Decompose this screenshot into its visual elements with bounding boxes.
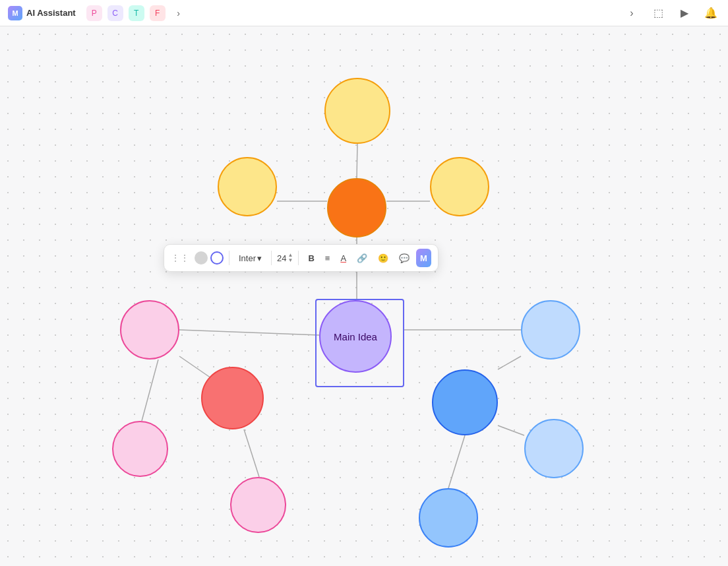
notification-button[interactable]: 🔔 xyxy=(702,4,720,22)
node-blue-right[interactable] xyxy=(524,419,584,478)
link-button[interactable]: 🔗 xyxy=(353,249,371,267)
divider-2 xyxy=(271,251,272,265)
divider-3 xyxy=(298,251,299,265)
store-button[interactable]: ⬚ xyxy=(649,4,667,22)
divider-1 xyxy=(229,251,229,265)
topbar: M AI Assistant P C T F › › ⬚ ▶ 🔔 xyxy=(0,0,728,26)
ai-button[interactable]: M xyxy=(416,249,431,267)
font-family-label: Inter xyxy=(239,253,256,263)
text-color-button[interactable]: A xyxy=(336,249,350,267)
node-blue-top[interactable] xyxy=(521,300,580,360)
play-button[interactable]: ▶ xyxy=(675,4,694,22)
node-blue-center[interactable] xyxy=(432,369,498,435)
node-main[interactable]: Main Idea xyxy=(319,300,392,373)
font-size-arrows[interactable]: ▲ ▼ xyxy=(288,253,293,263)
font-size-value: 24 xyxy=(277,253,286,263)
app-icon-p[interactable]: P xyxy=(86,5,102,21)
node-orange-right[interactable] xyxy=(430,157,489,216)
font-size-control: 24 ▲ ▼ xyxy=(277,253,293,263)
app-icon-t[interactable]: T xyxy=(129,5,144,21)
comment-icon: 💬 xyxy=(399,253,410,263)
node-orange-left[interactable] xyxy=(218,157,277,216)
circle-fill-button[interactable] xyxy=(195,251,208,265)
node-pink-small[interactable] xyxy=(230,477,286,533)
font-size-down[interactable]: ▼ xyxy=(288,258,293,263)
comment-button[interactable]: 💬 xyxy=(395,249,413,267)
node-pink-bottom[interactable] xyxy=(112,421,168,477)
node-blue-bottom[interactable] xyxy=(419,488,478,548)
font-family-button[interactable]: Inter ▾ xyxy=(235,249,266,267)
app-icon-f[interactable]: F xyxy=(150,5,166,21)
brand-label: AI Assistant xyxy=(26,8,76,18)
brand-icon: M xyxy=(8,6,22,20)
bold-label: B xyxy=(308,253,314,263)
emoji-icon: 🙂 xyxy=(378,253,388,263)
floating-toolbar: ⋮⋮ Inter ▾ 24 ▲ ▼ B ≡ A 🔗 🙂 xyxy=(164,244,439,272)
text-color-label: A xyxy=(340,253,346,263)
canvas[interactable]: ⋮⋮ Inter ▾ 24 ▲ ▼ B ≡ A 🔗 🙂 xyxy=(0,26,728,566)
ai-label: M xyxy=(420,253,427,263)
chevron-button[interactable]: › xyxy=(171,5,187,21)
align-icon: ≡ xyxy=(325,253,330,263)
node-orange-top[interactable] xyxy=(324,78,390,144)
node-pink-top[interactable] xyxy=(120,300,179,360)
circle-outline-button[interactable] xyxy=(210,251,224,265)
node-red-center[interactable] xyxy=(201,367,264,429)
bold-button[interactable]: B xyxy=(304,249,318,267)
brand: M AI Assistant xyxy=(8,6,76,20)
node-orange-center[interactable] xyxy=(327,178,386,237)
topbar-right: › ⬚ ▶ 🔔 xyxy=(622,4,720,22)
link-icon: 🔗 xyxy=(357,253,367,263)
app-icon-c[interactable]: C xyxy=(107,5,123,21)
font-family-chevron: ▾ xyxy=(257,253,262,263)
align-button[interactable]: ≡ xyxy=(321,249,334,267)
main-idea-label: Main Idea xyxy=(334,331,377,342)
emoji-button[interactable]: 🙂 xyxy=(374,249,392,267)
expand-button[interactable]: › xyxy=(622,4,641,22)
toolbar-handle[interactable]: ⋮⋮ xyxy=(171,253,189,263)
